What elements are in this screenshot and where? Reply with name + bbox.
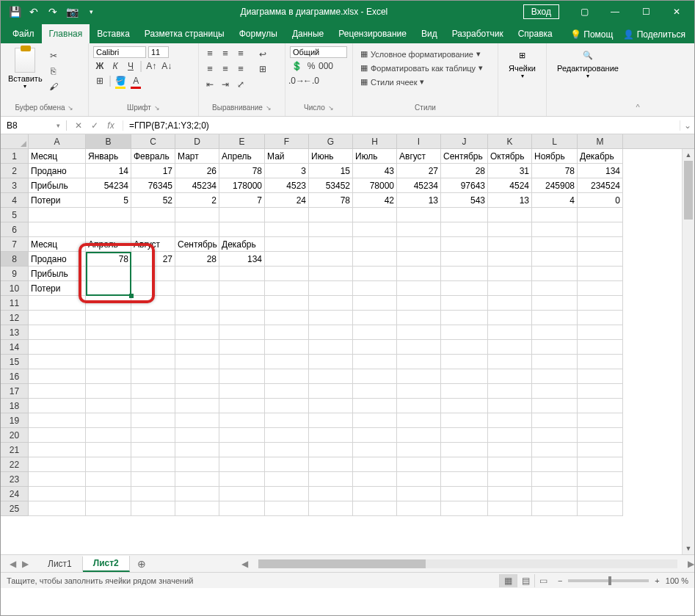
cell-H6[interactable] xyxy=(353,222,397,237)
formula-input[interactable]: =ГПР(B7;A1:Y3;2;0) xyxy=(123,120,680,131)
cell-B25[interactable] xyxy=(86,501,131,516)
tell-me[interactable]: 💡 Помощ xyxy=(570,29,613,40)
select-all-corner[interactable] xyxy=(1,134,29,148)
cell-G20[interactable] xyxy=(309,428,353,443)
row-header-17[interactable]: 17 xyxy=(1,384,29,399)
cell-B11[interactable] xyxy=(86,296,131,311)
cell-B3[interactable]: 54234 xyxy=(86,178,131,193)
cell-L10[interactable] xyxy=(532,281,578,296)
cell-C7[interactable]: Август xyxy=(131,237,175,252)
row-header-19[interactable]: 19 xyxy=(1,413,29,428)
cell-E1[interactable]: Апрель xyxy=(219,149,265,164)
cell-J6[interactable] xyxy=(441,222,488,237)
cell-G19[interactable] xyxy=(309,413,353,428)
normal-view-icon[interactable]: ▦ xyxy=(499,574,517,587)
cell-A18[interactable] xyxy=(29,399,86,413)
cell-J2[interactable]: 28 xyxy=(441,164,488,178)
cell-C8[interactable]: 27 xyxy=(131,252,175,267)
cell-C2[interactable]: 17 xyxy=(131,164,175,178)
cell-E10[interactable] xyxy=(219,281,265,296)
align-bottom-icon[interactable]: ≡ xyxy=(234,46,247,59)
cell-H7[interactable] xyxy=(353,237,397,252)
cell-I16[interactable] xyxy=(397,369,441,384)
undo-icon[interactable]: ↶ xyxy=(26,4,42,20)
cell-D2[interactable]: 26 xyxy=(175,164,219,178)
cell-D9[interactable] xyxy=(175,267,219,281)
cell-G3[interactable]: 53452 xyxy=(309,178,353,193)
cell-B5[interactable] xyxy=(86,208,131,222)
cell-F5[interactable] xyxy=(265,208,309,222)
cell-C17[interactable] xyxy=(131,384,175,399)
tab-formulas[interactable]: Формулы xyxy=(232,24,285,43)
cell-J21[interactable] xyxy=(441,443,488,457)
cell-G8[interactable] xyxy=(309,252,353,267)
col-header-B[interactable]: B xyxy=(86,134,131,148)
tab-review[interactable]: Рецензирование xyxy=(331,24,414,43)
cell-I25[interactable] xyxy=(397,501,441,516)
cell-F16[interactable] xyxy=(265,369,309,384)
cell-E8[interactable]: 134 xyxy=(219,252,265,267)
sheet-tab-1[interactable]: Лист1 xyxy=(37,557,83,571)
hscroll-right-icon[interactable]: ▶ xyxy=(688,559,694,569)
spreadsheet-grid[interactable]: ABCDEFGHIJKLM 1МесяцЯнварьФевральМартАпр… xyxy=(1,134,694,554)
col-header-G[interactable]: G xyxy=(309,134,353,148)
cell-I13[interactable] xyxy=(397,325,441,340)
font-color-icon[interactable]: A xyxy=(129,74,142,87)
row-header-16[interactable]: 16 xyxy=(1,369,29,384)
camera-icon[interactable]: 📷 xyxy=(64,4,80,20)
cell-K8[interactable] xyxy=(488,252,532,267)
cell-C22[interactable] xyxy=(131,457,175,472)
tab-developer[interactable]: Разработчик xyxy=(445,24,511,43)
cell-B7[interactable]: Апрель xyxy=(86,237,131,252)
cell-D7[interactable]: Сентябрь xyxy=(175,237,219,252)
cell-A16[interactable] xyxy=(29,369,86,384)
font-name-select[interactable] xyxy=(93,46,146,58)
redo-icon[interactable]: ↷ xyxy=(45,4,61,20)
cell-J18[interactable] xyxy=(441,399,488,413)
cell-G1[interactable]: Июнь xyxy=(309,149,353,164)
cell-M6[interactable] xyxy=(578,222,623,237)
cell-I10[interactable] xyxy=(397,281,441,296)
cell-F6[interactable] xyxy=(265,222,309,237)
cell-E18[interactable] xyxy=(219,399,265,413)
cell-I20[interactable] xyxy=(397,428,441,443)
cell-F23[interactable] xyxy=(265,472,309,487)
cell-K2[interactable]: 31 xyxy=(488,164,532,178)
cell-L14[interactable] xyxy=(532,340,578,355)
cell-A7[interactable]: Месяц xyxy=(29,237,86,252)
fill-color-icon[interactable]: 🪣 xyxy=(114,74,127,87)
cell-J23[interactable] xyxy=(441,472,488,487)
row-header-6[interactable]: 6 xyxy=(1,222,29,237)
sheet-tab-2[interactable]: Лист2 xyxy=(83,556,130,572)
cell-C19[interactable] xyxy=(131,413,175,428)
cell-D20[interactable] xyxy=(175,428,219,443)
cell-I14[interactable] xyxy=(397,340,441,355)
cell-B4[interactable]: 5 xyxy=(86,193,131,208)
cell-C18[interactable] xyxy=(131,399,175,413)
cell-M18[interactable] xyxy=(578,399,623,413)
cell-G2[interactable]: 15 xyxy=(309,164,353,178)
cell-H9[interactable] xyxy=(353,267,397,281)
cell-M1[interactable]: Декабрь xyxy=(578,149,623,164)
cell-D5[interactable] xyxy=(175,208,219,222)
login-button[interactable]: Вход xyxy=(523,4,559,19)
cut-icon[interactable]: ✂ xyxy=(47,49,60,62)
cell-H20[interactable] xyxy=(353,428,397,443)
cell-K14[interactable] xyxy=(488,340,532,355)
cell-D16[interactable] xyxy=(175,369,219,384)
cell-M25[interactable] xyxy=(578,501,623,516)
cell-F11[interactable] xyxy=(265,296,309,311)
cell-K5[interactable] xyxy=(488,208,532,222)
cell-F15[interactable] xyxy=(265,355,309,369)
cell-J20[interactable] xyxy=(441,428,488,443)
cell-G17[interactable] xyxy=(309,384,353,399)
cell-L21[interactable] xyxy=(532,443,578,457)
scroll-up-icon[interactable]: ▲ xyxy=(683,149,694,161)
cell-I4[interactable]: 13 xyxy=(397,193,441,208)
cell-G4[interactable]: 78 xyxy=(309,193,353,208)
cell-J12[interactable] xyxy=(441,311,488,325)
row-header-20[interactable]: 20 xyxy=(1,428,29,443)
col-header-L[interactable]: L xyxy=(532,134,578,148)
cell-K21[interactable] xyxy=(488,443,532,457)
minimize-icon[interactable]: — xyxy=(600,1,630,23)
